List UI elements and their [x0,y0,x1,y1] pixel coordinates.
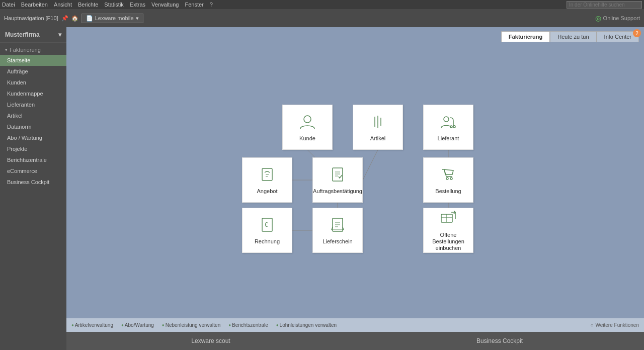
online-support-icon: ◎ [595,14,601,22]
menu-bar: Datei Bearbeiten Ansicht Berichte Statis… [0,0,644,9]
weitere-funktionen-label: Weitere Funktionen [595,322,639,328]
content-area: Fakturierung Heute zu tun Info Center 2 [66,27,644,350]
card-angebot[interactable]: Angebot [242,157,292,203]
pin-icon: 📌 [61,15,68,22]
expand-arrow-icon: ▾ [5,47,8,52]
breadcrumb-text: Lexware mobile [95,15,134,21]
sidebar-item-startseite[interactable]: Startseite [0,55,66,66]
menu-ansicht[interactable]: Ansicht [54,2,72,8]
diagram-area: Kunde Artikel [66,42,644,318]
card-artikel[interactable]: Artikel [353,105,403,150]
card-auftragsbestaetigung[interactable]: Auftragsbestätigung [312,157,363,203]
card-lieferschein[interactable]: Lieferschein [312,208,363,253]
link-abo-wartung[interactable]: Abo/Wartung [121,322,154,328]
fakturierung-section-header[interactable]: ▾ Fakturierung [0,45,66,55]
document-icon: 📄 [86,15,93,22]
menu-fenster[interactable]: Fenster [185,2,203,8]
sidebar-item-lieferanten[interactable]: Lieferanten [0,99,66,110]
sidebar-item-projekte[interactable]: Projekte [0,143,66,154]
svg-rect-15 [333,168,343,181]
card-bestellung[interactable]: Bestellung [423,157,473,203]
sidebar-item-kundenmappe[interactable]: Kundenmappe [0,88,66,99]
artikel-label: Artikel [370,135,386,142]
menu-verwaltung[interactable]: Verwaltung [151,2,179,8]
sidebar-item-berichtszentrale[interactable]: Berichtszentrale [0,154,66,165]
sidebar-item-abo-wartung[interactable]: Abo / Wartung [0,132,66,143]
rechnung-icon: € [258,216,276,236]
auftragsbestaetigung-icon [329,165,347,186]
menu-bearbeiten[interactable]: Bearbeiten [21,2,48,8]
svg-point-7 [304,116,311,123]
breadcrumb-lexware[interactable]: 📄 Lexware mobile ▾ [82,14,143,23]
svg-line-6 [363,150,378,180]
toolbar-nav: Hauptnavigation [F10] 📌 🏠 📄 Lexware mobi… [4,14,143,23]
online-support-label: Online Support [603,15,640,21]
weitere-funktionen[interactable]: Weitere Funktionen [590,322,639,328]
company-name: Musterfirma [5,31,40,38]
chevron-down-icon[interactable]: ▾ [58,31,61,38]
svg-point-13 [453,126,455,128]
fakturierung-section: ▾ Fakturierung Startseite Aufträge Kunde… [0,43,66,190]
tab-fakturierung[interactable]: Fakturierung [501,31,550,42]
lieferschein-icon [329,216,347,236]
sidebar-item-kunden[interactable]: Kunden [0,77,66,88]
menu-help[interactable]: ? [210,2,213,8]
svg-text:€: € [265,221,268,228]
lieferant-label: Lieferant [438,135,459,142]
info-center-badge: 2 [633,29,641,37]
card-lieferant[interactable]: Lieferant [423,105,473,150]
card-kunde[interactable]: Kunde [282,105,333,150]
diagram-container: Kunde Artikel [214,100,496,260]
sidebar: Musterfirma ▾ ▾ Fakturierung Startseite … [0,27,66,350]
svg-point-16 [446,178,448,180]
home-icon[interactable]: 🏠 [71,15,78,22]
footer-buttons: Lexware scout Business Cockpit [66,332,644,350]
search-input[interactable] [567,1,642,9]
section-label: Fakturierung [10,47,41,53]
sidebar-header: Musterfirma ▾ [0,27,66,43]
nav-label[interactable]: Hauptnavigation [F10] [4,15,58,21]
offene-bestellungen-label: Offene Bestellungen einbuchen [424,232,473,252]
lexware-scout-button[interactable]: Lexware scout [66,332,355,350]
sidebar-item-datanorm[interactable]: Datanorm [0,121,66,132]
sidebar-item-ecommerce[interactable]: eCommerce [0,165,66,177]
lieferant-icon [439,113,457,133]
link-nebenleistung[interactable]: Nebenleistung verwalten [162,322,220,328]
tab-info-center[interactable]: Info Center 2 [597,31,639,42]
artikel-icon [369,113,387,133]
menu-extras[interactable]: Extras [130,2,145,8]
top-tabs: Fakturierung Heute zu tun Info Center 2 [66,27,644,42]
link-lohnleistungen[interactable]: Lohnleistungen verwalten [276,322,337,328]
rechnung-label: Rechnung [255,238,280,245]
bestellung-icon [439,165,457,186]
bottom-bar: Artikelverwaltung Abo/Wartung Nebenleist… [66,318,644,332]
angebot-label: Angebot [257,188,278,195]
auftragsbestaetigung-label: Auftragsbestätigung [313,188,362,195]
link-artikelverwaltung[interactable]: Artikelverwaltung [71,322,113,328]
angebot-icon [258,165,276,186]
kunde-label: Kunde [299,135,315,142]
card-offene-bestellungen[interactable]: Offene Bestellungen einbuchen [423,208,473,253]
main-layout: Musterfirma ▾ ▾ Fakturierung Startseite … [0,27,644,350]
chevron-down-icon: ▾ [136,15,139,22]
link-berichtszentrale[interactable]: Berichtszentrale [228,322,268,328]
kunde-icon [298,113,316,133]
online-support[interactable]: ◎ Online Support [595,14,640,22]
sidebar-item-business-cockpit[interactable]: Business Cockpit [0,177,66,188]
tab-heute-zu-tun[interactable]: Heute zu tun [550,31,596,42]
svg-point-17 [450,178,452,180]
sidebar-item-artikel[interactable]: Artikel [0,110,66,121]
menu-search[interactable] [567,1,642,9]
bestellung-label: Bestellung [435,188,461,195]
offene-bestellungen-icon [439,209,457,230]
sidebar-item-auftraege[interactable]: Aufträge [0,66,66,77]
business-cockpit-button[interactable]: Business Cockpit [355,332,644,350]
menu-berichte[interactable]: Berichte [78,2,98,8]
card-rechnung[interactable]: € Rechnung [242,208,292,253]
lieferschein-label: Lieferschein [323,238,352,245]
svg-rect-21 [441,214,452,222]
menu-datei[interactable]: Datei [2,2,15,8]
svg-point-11 [444,117,449,122]
menu-statistik[interactable]: Statistik [104,2,124,8]
toolbar: Hauptnavigation [F10] 📌 🏠 📄 Lexware mobi… [0,9,644,27]
